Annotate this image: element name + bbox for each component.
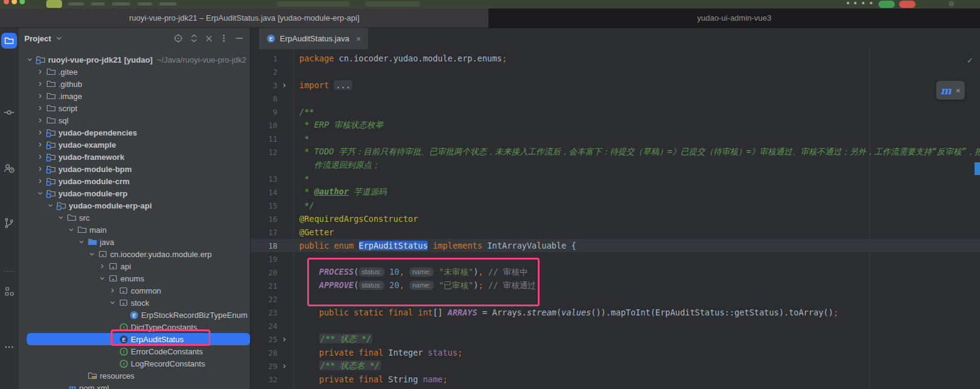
- code-line-14[interactable]: 14 * @author 芋道源码: [251, 185, 980, 199]
- tree-item-common[interactable]: common: [18, 284, 250, 297]
- tree-item-pom-xml[interactable]: mpom.xml: [18, 382, 250, 389]
- floating-widget[interactable]: m ×: [936, 81, 965, 100]
- tree-item-yudao-module-bpm[interactable]: yudao-module-bpm: [18, 163, 250, 175]
- chevron-open-icon[interactable]: [45, 202, 55, 209]
- tree-item-ruoyi-vue-pro-jdk21-yudao-[interactable]: ruoyi-vue-pro-jdk21 [yudao]~/Java/ruoyi-…: [18, 53, 250, 66]
- chevron-closed-icon[interactable]: [35, 92, 45, 100]
- project-tool-icon[interactable]: [1, 33, 17, 49]
- chevron-closed-icon[interactable]: [35, 129, 45, 136]
- fold-region-icon[interactable]: [277, 336, 291, 343]
- inspections-ok-icon[interactable]: ✓: [967, 55, 973, 66]
- chevron-open-icon[interactable]: [35, 190, 45, 197]
- chevron-closed-icon[interactable]: [35, 105, 45, 112]
- tab-erpauditstatus-java[interactable]: E ErpAuditStatus.java ×: [259, 28, 368, 49]
- record-button[interactable]: [878, 1, 895, 8]
- code-line-28[interactable]: 28 private final Integer status;: [251, 346, 980, 359]
- kebab-menu-icon[interactable]: [220, 33, 228, 43]
- status-icon[interactable]: [862, 2, 864, 4]
- tree-item-yudao-example[interactable]: yudao-example: [18, 139, 250, 151]
- pull-requests-tool-icon[interactable]: ?: [1, 160, 17, 176]
- status-icon[interactable]: [870, 2, 872, 4]
- tree-item-src[interactable]: src: [18, 212, 250, 224]
- structure-tool-icon[interactable]: [1, 283, 17, 299]
- menu-item[interactable]: [112, 2, 130, 5]
- fold-region-icon[interactable]: [277, 82, 291, 89]
- menu-item[interactable]: [137, 2, 152, 5]
- background-window-title-bar[interactable]: yudao-ui-admin-vue3: [488, 9, 980, 28]
- code-line-18[interactable]: 18public enum ErpAuditStatus implements …: [251, 239, 980, 252]
- tree-item-resources[interactable]: resources: [18, 370, 250, 382]
- locate-file-icon[interactable]: [173, 33, 183, 43]
- chevron-open-icon[interactable]: [24, 56, 35, 63]
- tree-item-api[interactable]: api: [18, 260, 250, 272]
- code-line-10[interactable]: 10 * ERP 审核状态枚举: [251, 119, 980, 132]
- scrollbar-highlight-mark[interactable]: [975, 162, 980, 175]
- tree-item-sql[interactable]: sql: [18, 114, 250, 126]
- code-line-9[interactable]: 9/**: [251, 105, 980, 119]
- code-line-24[interactable]: 24: [251, 319, 980, 332]
- tree-item-main[interactable]: main: [18, 224, 250, 236]
- fold-region-icon[interactable]: [277, 363, 291, 370]
- tree-item-cn-iocoder-yudao-module-erp[interactable]: cn.iocoder.yudao.module.erp: [18, 248, 250, 260]
- chevron-closed-icon[interactable]: [35, 117, 45, 124]
- code-line-32[interactable]: 32 private final String name;: [251, 373, 980, 386]
- expand-collapse-icon[interactable]: [190, 33, 198, 43]
- tree-item-yudao-module-erp-api[interactable]: yudao-module-erp-api: [18, 199, 250, 212]
- chevron-closed-icon[interactable]: [35, 141, 45, 148]
- code-line-1[interactable]: 1package cn.iocoder.yudao.module.erp.enu…: [251, 52, 980, 65]
- traffic-light-minimize-icon[interactable]: [12, 0, 17, 4]
- close-tab-icon[interactable]: ×: [356, 34, 361, 44]
- chevron-closed-icon[interactable]: [97, 263, 107, 270]
- tree-item--gitee[interactable]: .gitee: [18, 66, 250, 78]
- menu-item[interactable]: [159, 2, 176, 5]
- traffic-light-zoom-icon[interactable]: [19, 0, 25, 4]
- status-icon[interactable]: [847, 2, 849, 4]
- menu-item[interactable]: [91, 2, 105, 5]
- code-line-2[interactable]: 2: [251, 65, 980, 78]
- chevron-closed-icon[interactable]: [35, 177, 45, 185]
- code-line-17[interactable]: 17@Getter: [251, 225, 980, 239]
- tree-item-yudao-module-crm[interactable]: yudao-module-crm: [18, 175, 250, 187]
- chevron-open-icon[interactable]: [86, 250, 97, 258]
- code-line-11[interactable]: 11 *: [251, 132, 980, 145]
- chevron-open-icon[interactable]: [66, 226, 76, 233]
- tree-item-yudao-framework[interactable]: yudao-framework: [18, 151, 250, 163]
- chevron-closed-icon[interactable]: [35, 165, 45, 173]
- git-graph-tool-icon[interactable]: [1, 215, 17, 231]
- chevron-open-icon[interactable]: [107, 299, 117, 306]
- code-editor-surface[interactable]: 1package cn.iocoder.yudao.module.erp.enu…: [251, 49, 980, 389]
- tree-item-enums[interactable]: enums: [18, 272, 250, 284]
- menu-item[interactable]: [68, 2, 84, 5]
- tree-item-erpstockrecordbiztypeenum[interactable]: EErpStockRecordBizTypeEnum: [18, 309, 250, 321]
- tree-item--github[interactable]: .github: [18, 78, 250, 90]
- collapse-all-icon[interactable]: [205, 35, 213, 43]
- code-line-23[interactable]: 23 public static final int[] ARRAYS = Ar…: [251, 306, 980, 319]
- chevron-open-icon[interactable]: [76, 238, 86, 246]
- chevron-closed-icon[interactable]: [35, 68, 45, 75]
- status-icon[interactable]: [854, 2, 857, 4]
- more-tools-icon[interactable]: [1, 339, 17, 355]
- active-window-title-bar[interactable]: ruoyi-vue-pro-jdk21 – ErpAuditStatus.jav…: [0, 9, 488, 28]
- tree-item-stock[interactable]: stock: [18, 297, 250, 309]
- chevron-down-icon[interactable]: [55, 34, 63, 43]
- plus-icon[interactable]: [949, 1, 954, 6]
- chevron-closed-icon[interactable]: [35, 153, 45, 160]
- hide-panel-icon[interactable]: [235, 34, 244, 43]
- code-line-3[interactable]: 3import ...: [251, 78, 980, 92]
- tree-item--image[interactable]: .image: [18, 90, 250, 102]
- chevron-open-icon[interactable]: [55, 214, 66, 221]
- code-line-wrap[interactable]: 作流退回到原点；: [251, 159, 980, 172]
- chevron-closed-icon[interactable]: [35, 80, 45, 88]
- commit-tool-icon[interactable]: [1, 105, 17, 120]
- chevron-closed-icon[interactable]: [107, 287, 117, 294]
- code-line-29[interactable]: 29 /** 状态名 */: [251, 359, 980, 373]
- widget-close-icon[interactable]: ×: [956, 86, 961, 95]
- tree-item-errorcodeconstants[interactable]: IErrorCodeConstants: [18, 345, 250, 357]
- code-line-15[interactable]: 15 */: [251, 199, 980, 212]
- code-line-13[interactable]: 13 *: [251, 172, 980, 185]
- code-line-25[interactable]: 25 /** 状态 */: [251, 332, 980, 346]
- tree-item-logrecordconstants[interactable]: ILogRecordConstants: [18, 357, 250, 370]
- tree-item-yudao-dependencies[interactable]: yudao-dependencies: [18, 126, 250, 139]
- code-line-16[interactable]: 16@RequiredArgsConstructor: [251, 212, 980, 225]
- traffic-light-close-icon[interactable]: [4, 0, 9, 4]
